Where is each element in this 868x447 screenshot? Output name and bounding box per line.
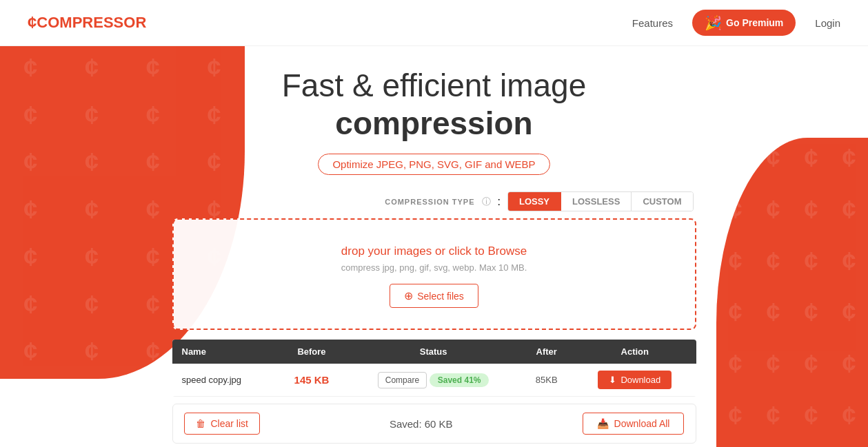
compression-type-buttons: LOSSY LOSSLESS CUSTOM [507, 191, 694, 211]
download-all-button[interactable]: 📥 Download All [583, 413, 685, 435]
logo-icon: ¢ [28, 13, 37, 32]
main-content: Fast & efficient image compression Optim… [0, 46, 868, 444]
trash-icon: 🗑 [196, 418, 205, 429]
compare-button[interactable]: Compare [378, 372, 427, 388]
drop-subtext: compress jpg, png, gif, svg, webp. Max 1… [188, 262, 681, 273]
download-all-icon: 📥 [597, 418, 609, 429]
login-link[interactable]: Login [815, 17, 840, 29]
hero-title-line1: Fast & efficient image [282, 67, 586, 103]
download-label: Download [620, 375, 660, 385]
drop-text: drop your images or click to Browse [188, 245, 681, 258]
premium-icon: 🎉 [705, 14, 722, 31]
compression-type-row: COMPRESSION TYPE ⓘ : LOSSY LOSSLESS CUST… [172, 191, 696, 211]
download-icon: ⬇ [609, 375, 616, 385]
clear-list-button[interactable]: 🗑 Clear list [184, 413, 260, 435]
type-btn-lossy[interactable]: LOSSY [508, 192, 561, 211]
download-all-label: Download All [614, 418, 670, 429]
hero-title-line2: compression [0, 105, 868, 143]
col-before: Before [276, 340, 347, 364]
compression-area: COMPRESSION TYPE ⓘ : LOSSY LOSSLESS CUST… [172, 191, 696, 444]
navigation: Features 🎉 Go Premium Login [632, 10, 840, 36]
table-row: speed copy.jpg 145 KB Compare Saved 41% … [172, 364, 696, 397]
file-name: speed copy.jpg [182, 375, 242, 385]
compression-info-icon[interactable]: ⓘ [482, 196, 491, 208]
premium-button[interactable]: 🎉 Go Premium [692, 10, 796, 36]
select-files-label: Select files [417, 291, 464, 302]
col-status: Status [347, 340, 520, 364]
download-button[interactable]: ⬇ Download [598, 371, 672, 389]
files-table: Name Before Status After Action speed co… [172, 340, 696, 397]
file-before-size: 145 KB [294, 374, 330, 386]
file-after-size: 85KB [536, 375, 558, 385]
col-after: After [519, 340, 574, 364]
select-files-button[interactable]: ⊕ Select files [390, 284, 478, 308]
hero-title: Fast & efficient image compression [0, 67, 868, 143]
status-badge: Saved 41% [430, 373, 489, 387]
premium-label: Go Premium [726, 17, 783, 28]
col-name: Name [172, 340, 276, 364]
plus-icon: ⊕ [404, 289, 413, 302]
logo[interactable]: ¢ COMPRESSOR [28, 13, 146, 32]
footer-bar: 🗑 Clear list Saved: 60 KB 📥 Download All [172, 404, 696, 444]
table-body: speed copy.jpg 145 KB Compare Saved 41% … [172, 364, 696, 397]
col-action: Action [574, 340, 696, 364]
compression-type-label: COMPRESSION TYPE [385, 198, 474, 206]
subtitle-text: Optimize JPEG, PNG, SVG, GIF and WEBP [332, 158, 535, 170]
type-btn-lossless[interactable]: LOSSLESS [561, 192, 632, 211]
clear-label: Clear list [211, 418, 248, 429]
logo-text: COMPRESSOR [37, 14, 146, 32]
features-link[interactable]: Features [632, 17, 673, 29]
drop-zone[interactable]: drop your images or click to Browse comp… [172, 218, 696, 330]
header: ¢ COMPRESSOR Features 🎉 Go Premium Login [0, 0, 868, 46]
type-btn-custom[interactable]: CUSTOM [632, 192, 692, 211]
table-header: Name Before Status After Action [172, 340, 696, 364]
saved-text: Saved: 60 KB [390, 418, 453, 430]
subtitle-badge: Optimize JPEG, PNG, SVG, GIF and WEBP [318, 154, 549, 175]
compression-colon: : [498, 196, 501, 208]
